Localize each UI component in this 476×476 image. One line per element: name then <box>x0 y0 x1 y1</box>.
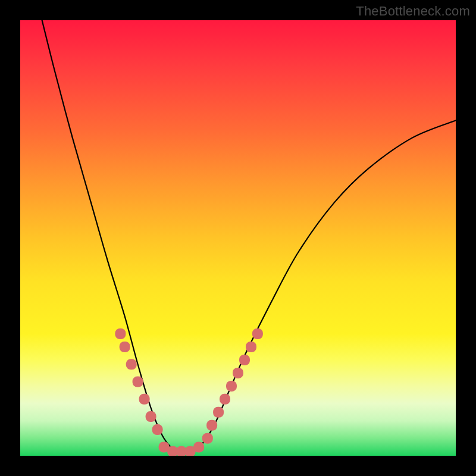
data-marker <box>139 394 150 405</box>
watermark-label: TheBottleneck.com <box>356 4 470 19</box>
data-marker <box>213 407 224 418</box>
data-marker <box>126 359 137 369</box>
data-marker <box>220 394 230 405</box>
data-marker <box>206 420 217 431</box>
data-marker <box>133 377 143 387</box>
data-marker <box>233 368 243 378</box>
data-marker <box>226 381 237 392</box>
data-markers-group <box>115 328 263 456</box>
data-marker <box>239 355 250 365</box>
chart-frame: TheBottleneck.com <box>0 0 476 476</box>
chart-plot-area <box>20 20 456 456</box>
data-marker <box>246 342 256 352</box>
data-marker <box>152 424 163 435</box>
data-marker <box>193 441 204 452</box>
chart-svg <box>20 20 456 456</box>
data-marker <box>202 433 213 444</box>
curve-path-group <box>42 20 456 453</box>
data-marker <box>252 328 263 339</box>
bottleneck-curve <box>42 20 456 453</box>
data-marker <box>115 328 126 339</box>
data-marker <box>146 411 156 422</box>
data-marker <box>120 342 130 352</box>
